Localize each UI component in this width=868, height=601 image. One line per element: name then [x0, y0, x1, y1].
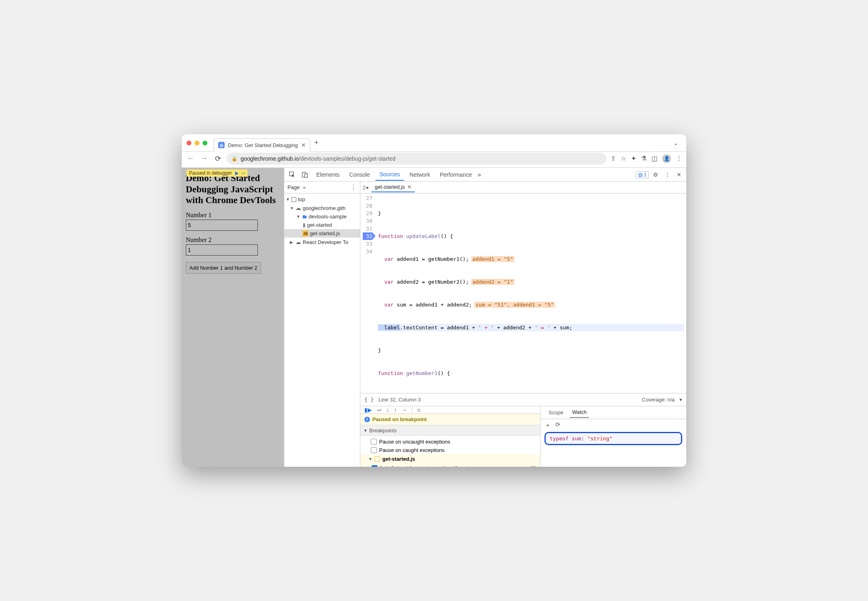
navigator-page-tab[interactable]: Page — [287, 184, 299, 190]
overlay-step-icon[interactable]: ⤻ — [241, 170, 245, 176]
issues-badge[interactable]: ▤ 1 — [636, 171, 649, 178]
coverage-status: Coverage: n/a — [642, 397, 675, 403]
step-icon[interactable]: → — [402, 407, 407, 413]
deactivate-breakpoints-icon[interactable]: ⍉ — [417, 407, 420, 413]
devtools-tabbar: Elements Console Sources Network Perform… — [284, 168, 686, 182]
toggle-navigator-icon[interactable]: ▯◂ — [363, 184, 368, 190]
tab-performance[interactable]: Performance — [436, 169, 476, 180]
inspect-icon[interactable] — [287, 170, 298, 179]
number2-label: Number 2 — [186, 236, 280, 244]
breakpoint-entry[interactable]: ✓label.textContent = addend1 + ' …32 — [360, 464, 540, 467]
pause-uncaught-checkbox[interactable]: Pause on uncaught exceptions — [360, 438, 540, 446]
navigator-menu-icon[interactable]: ⋮ — [350, 184, 357, 191]
device-icon[interactable] — [299, 170, 311, 179]
number1-input[interactable] — [186, 220, 258, 231]
sidepanel-icon[interactable]: ◫ — [651, 155, 657, 162]
file-icon: ▮ — [303, 222, 305, 228]
tabs-more-icon[interactable]: » — [478, 171, 481, 178]
labs-icon[interactable]: ⚗ — [641, 155, 647, 162]
page-content: Paused in debugger ▶ ⤻ Demo: Get Started… — [182, 168, 284, 467]
star-icon[interactable]: ☆ — [621, 155, 626, 162]
editor-tabbar: ▯◂ get-started.js ✕ — [360, 182, 686, 194]
editor-tab[interactable]: get-started.js ✕ — [372, 182, 415, 192]
tabs-overflow-icon[interactable]: ⌄ — [670, 138, 681, 148]
close-window[interactable] — [187, 141, 191, 145]
maximize-window[interactable] — [203, 141, 207, 145]
close-tab-icon[interactable]: ✕ — [301, 142, 306, 148]
resume-icon[interactable]: ▮▶ — [364, 407, 372, 413]
sources-navigator: Page » ⋮ ▼ top ▼☁ googlechrome.gith ▼🖿 d… — [284, 182, 360, 467]
breakpoint-file[interactable]: ▼◦get-started.js — [360, 454, 540, 464]
inline-value: addend2 = "1" — [471, 279, 514, 285]
pause-caught-checkbox[interactable]: Pause on caught exceptions — [360, 446, 540, 454]
watch-expression[interactable]: typeof sum: "string" — [545, 432, 682, 445]
back-button[interactable]: ← — [186, 154, 195, 163]
info-icon: i — [364, 417, 370, 422]
tree-folder[interactable]: ▼🖿 devtools-sample — [284, 212, 360, 221]
js-file-icon: ◦ — [375, 456, 380, 462]
tab-network[interactable]: Network — [406, 169, 434, 180]
refresh-watch-icon[interactable]: ⟳ — [555, 421, 561, 428]
extensions-icon[interactable]: ✦ — [631, 155, 636, 162]
step-out-icon[interactable]: ↑ — [394, 407, 397, 413]
add-watch-icon[interactable]: + — [546, 422, 550, 428]
editor-statusbar: { } Line 32, Column 3 Coverage: n/a ▾ — [360, 393, 686, 406]
tree-origin[interactable]: ▼☁ googlechrome.gith — [284, 204, 360, 212]
pretty-print-icon[interactable]: { } — [364, 397, 374, 403]
navigator-more-icon[interactable]: » — [303, 184, 305, 190]
gutter[interactable]: 2728293031323334 — [360, 194, 376, 393]
step-over-icon[interactable]: ⤻ — [377, 407, 382, 413]
js-file-icon: JS — [303, 231, 308, 236]
paused-message: i Paused on breakpoint — [360, 414, 540, 425]
add-button[interactable]: Add Number 1 and Number 2 — [186, 262, 261, 274]
checkbox-checked-icon[interactable]: ✓ — [372, 465, 378, 467]
profile-icon[interactable]: 👤 — [662, 154, 671, 163]
step-into-icon[interactable]: ↓ — [386, 407, 389, 413]
window-controls — [187, 141, 207, 145]
inline-value: sum = "51", addend1 = "5" — [474, 302, 555, 308]
tree-file-js[interactable]: JS get-started.js — [284, 229, 360, 238]
close-devtools-icon[interactable]: ✕ — [674, 170, 684, 179]
scope-tab[interactable]: Scope — [546, 407, 566, 417]
forward-button[interactable]: → — [199, 154, 209, 163]
share-icon[interactable]: ⇪ — [611, 155, 616, 162]
tab-sources[interactable]: Sources — [376, 169, 404, 181]
coverage-menu-icon[interactable]: ▾ — [679, 397, 682, 403]
browser-tab[interactable]: ◎ Demo: Get Started Debugging ✕ — [214, 138, 310, 152]
url-path: /devtools-samples/debug-js/get-started — [299, 155, 396, 162]
cloud-icon: ☁ — [295, 205, 301, 211]
tree-top[interactable]: ▼ top — [284, 195, 360, 204]
paused-label: Paused in debugger — [189, 170, 232, 176]
debugger-toolbar: ▮▶ ⤻ ↓ ↑ → ⍉ — [360, 406, 540, 414]
browser-titlebar: ◎ Demo: Get Started Debugging ✕ + ⌄ — [182, 134, 686, 152]
tab-console[interactable]: Console — [345, 169, 374, 180]
tree-extension[interactable]: ▶☁ React Developer To — [284, 238, 360, 246]
settings-icon[interactable]: ⚙ — [651, 170, 661, 179]
overlay-resume-icon[interactable]: ▶ — [235, 170, 239, 176]
browser-menu-icon[interactable]: ⋮ — [676, 155, 682, 162]
url-host: googlechrome.github.io — [241, 155, 299, 162]
minimize-window[interactable] — [195, 141, 199, 145]
watch-tab[interactable]: Watch — [570, 407, 589, 418]
debugger-pane: ▮▶ ⤻ ↓ ↑ → ⍉ i Paused on breakpoint — [360, 406, 540, 467]
cursor-position: Line 32, Column 3 — [378, 397, 421, 403]
lock-icon: 🔒 — [231, 156, 237, 161]
number2-input[interactable] — [186, 244, 258, 256]
favicon-icon: ◎ — [218, 142, 225, 148]
number1-label: Number 1 — [186, 212, 280, 219]
close-editor-tab-icon[interactable]: ✕ — [407, 184, 412, 190]
tree-file-html[interactable]: ▮ get-started — [284, 221, 360, 229]
code-editor[interactable]: 2728293031323334 } function updateLabel(… — [360, 194, 686, 393]
page-heading: Demo: Get Started Debugging JavaScript w… — [186, 173, 280, 206]
reload-button[interactable]: ⟳ — [213, 154, 223, 163]
tab-elements[interactable]: Elements — [312, 169, 344, 180]
devtools: Elements Console Sources Network Perform… — [284, 168, 686, 467]
browser-toolbar: ← → ⟳ 🔒 googlechrome.github.io/devtools-… — [182, 152, 686, 168]
devtools-menu-icon[interactable]: ⋮ — [662, 170, 673, 179]
new-tab-button[interactable]: + — [314, 139, 319, 147]
paused-overlay: Paused in debugger ▶ ⤻ — [187, 169, 247, 177]
tab-title: Demo: Get Started Debugging — [228, 142, 298, 148]
address-bar[interactable]: 🔒 googlechrome.github.io/devtools-sample… — [227, 153, 607, 165]
breakpoints-section[interactable]: ▼Breakpoints — [360, 425, 540, 436]
frame-icon — [291, 197, 296, 202]
